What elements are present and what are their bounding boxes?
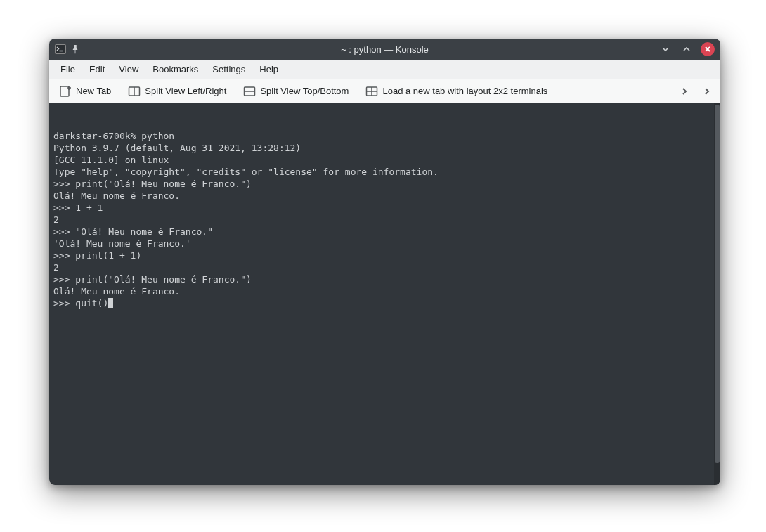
close-button[interactable]	[701, 42, 715, 56]
svg-rect-0	[56, 45, 66, 54]
load-layout-button[interactable]: Load a new tab with layout 2x2 terminals	[363, 83, 550, 100]
load-layout-label: Load a new tab with layout 2x2 terminals	[382, 86, 547, 96]
terminal-output: darkstar-6700k% pythonPython 3.9.7 (defa…	[53, 130, 716, 309]
terminal-line: 2	[53, 214, 716, 226]
toolbar-overflow-chevron-2[interactable]	[701, 85, 713, 98]
split-lr-icon	[128, 85, 141, 98]
terminal-cursor	[108, 298, 113, 308]
split-left-right-button[interactable]: Split View Left/Right	[125, 83, 229, 100]
terminal-line: Python 3.9.7 (default, Aug 31 2021, 13:2…	[53, 142, 716, 154]
new-tab-button[interactable]: New Tab	[56, 83, 114, 100]
konsole-window: ~ : python — Konsole File Edit View Book…	[49, 39, 720, 485]
terminal-line: >>> "Olá! Meu nome é Franco."	[53, 226, 716, 238]
split-tb-label: Split View Top/Bottom	[260, 86, 349, 96]
menu-bookmarks[interactable]: Bookmarks	[145, 61, 205, 77]
app-terminal-icon	[55, 44, 66, 55]
terminal-line: >>> quit()	[53, 297, 716, 309]
terminal-pane[interactable]: darkstar-6700k% pythonPython 3.9.7 (defa…	[49, 103, 720, 485]
terminal-line: [GCC 11.1.0] on linux	[53, 154, 716, 166]
terminal-line: Olá! Meu nome é Franco.	[53, 190, 716, 202]
grid-2x2-icon	[365, 85, 378, 98]
terminal-line: >>> 1 + 1	[53, 202, 716, 214]
terminal-line: Type "help", "copyright", "credits" or "…	[53, 166, 716, 178]
scrollbar-thumb[interactable]	[715, 105, 720, 463]
split-lr-label: Split View Left/Right	[145, 86, 226, 96]
pin-icon[interactable]	[70, 44, 80, 54]
maximize-button[interactable]	[680, 42, 694, 56]
terminal-line: >>> print("Olá! Meu nome é Franco.")	[53, 178, 716, 190]
menu-settings[interactable]: Settings	[205, 61, 252, 77]
scrollbar-track[interactable]	[714, 103, 720, 485]
terminal-line: Olá! Meu nome é Franco.	[53, 285, 716, 297]
terminal-line: 2	[53, 261, 716, 273]
new-tab-label: New Tab	[76, 86, 111, 96]
menubar: File Edit View Bookmarks Settings Help	[49, 60, 720, 79]
menu-view[interactable]: View	[112, 61, 145, 77]
menu-help[interactable]: Help	[252, 61, 285, 77]
menu-edit[interactable]: Edit	[82, 61, 112, 77]
toolbar-overflow-chevron-1[interactable]	[678, 85, 691, 98]
window-title: ~ : python — Konsole	[49, 44, 720, 55]
split-tb-icon	[243, 85, 256, 98]
menu-file[interactable]: File	[53, 61, 82, 77]
minimize-button[interactable]	[658, 42, 673, 56]
terminal-line: darkstar-6700k% python	[53, 130, 716, 142]
toolbar: New Tab Split View Left/Right Split View…	[49, 79, 720, 103]
split-top-bottom-button[interactable]: Split View Top/Bottom	[240, 83, 351, 100]
titlebar[interactable]: ~ : python — Konsole	[49, 39, 720, 60]
terminal-line: >>> print(1 + 1)	[53, 249, 716, 261]
terminal-line: 'Olá! Meu nome é Franco.'	[53, 238, 716, 249]
new-tab-icon	[59, 85, 72, 98]
terminal-line: >>> print("Olá! Meu nome é Franco.")	[53, 273, 716, 285]
